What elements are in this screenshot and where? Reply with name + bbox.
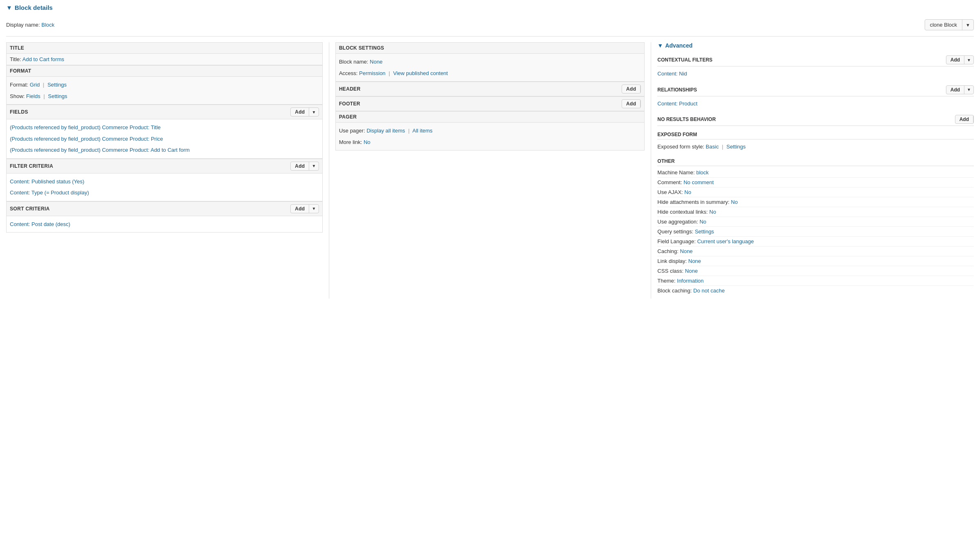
title-section: TITLE Title: Add to Cart forms xyxy=(6,42,323,65)
fields-add-label: Add xyxy=(291,108,309,116)
exposed-form-style-value[interactable]: Basic xyxy=(706,144,719,150)
chevron-down-icon: ▼ xyxy=(6,4,12,11)
block-name-label: Block name: xyxy=(339,59,369,65)
block-settings-body: Block name: None Access: Permission | Vi… xyxy=(335,54,645,82)
access-view-link[interactable]: View published content xyxy=(393,70,448,76)
machine-name-row: Machine Name: block xyxy=(657,168,974,178)
contextual-filters-nid[interactable]: Content: Nid xyxy=(657,71,687,77)
sort-criteria-add-button[interactable]: Add ▼ xyxy=(290,204,319,213)
sort-criteria-label: SORT CRITERIA xyxy=(10,206,50,212)
relationships-add-label: Add xyxy=(946,86,964,94)
show-settings-link[interactable]: Settings xyxy=(48,93,67,99)
header-section-header: HEADER Add xyxy=(335,82,645,96)
footer-add-label: Add xyxy=(622,100,640,108)
format-settings-link[interactable]: Settings xyxy=(48,82,67,88)
relationships-label: RELATIONSHIPS xyxy=(657,87,697,93)
clone-block-label: clone Block xyxy=(925,20,962,30)
sort-criteria-header: SORT CRITERIA Add ▼ xyxy=(6,201,323,216)
link-display-row: Link display: None xyxy=(657,256,974,266)
sort-add-label: Add xyxy=(291,205,309,213)
contextual-filters-item: Content: Nid xyxy=(657,68,974,80)
exposed-form-label: EXPOSED FORM xyxy=(657,132,697,137)
title-value[interactable]: Add to Cart forms xyxy=(23,56,64,62)
no-results-label: NO RESULTS BEHAVIOR xyxy=(657,116,716,122)
block-settings-section: BLOCK SETTINGS Block name: None Access: … xyxy=(335,42,645,82)
footer-add-button[interactable]: Add xyxy=(622,99,641,108)
use-aggregation-row: Use aggregation: No xyxy=(657,217,974,227)
fields-add-button[interactable]: Add ▼ xyxy=(290,107,319,116)
no-results-add-button[interactable]: Add xyxy=(955,115,974,124)
use-pager-row: Use pager: Display all items | All items xyxy=(339,125,641,137)
exposed-form-style-row: Exposed form style: Basic | Settings xyxy=(657,141,974,153)
sort-criteria-body: Content: Post date (desc) xyxy=(6,216,323,233)
header-add-button[interactable]: Add xyxy=(622,84,641,94)
fields-item-cart[interactable]: (Products referenced by field_product) C… xyxy=(10,144,319,156)
access-label: Access: xyxy=(339,70,358,76)
advanced-toggle[interactable]: ▼ Advanced xyxy=(657,42,974,49)
filter-criteria-section: FILTER CRITERIA Add ▼ Content: Published… xyxy=(6,159,323,201)
block-details-toggle[interactable]: ▼ Block details xyxy=(6,4,974,11)
exposed-form-header: EXPOSED FORM xyxy=(657,129,974,139)
other-block: OTHER Machine Name: block Comment: No co… xyxy=(657,156,974,295)
contextual-filters-label: CONTEXTUAL FILTERS xyxy=(657,57,712,63)
format-row: Format: Grid | Settings xyxy=(10,79,319,91)
fields-section: FIELDS Add ▼ (Products referenced by fie… xyxy=(6,105,323,159)
sort-add-arrow[interactable]: ▼ xyxy=(309,205,318,212)
field-language-row: Field Language: Current user's language xyxy=(657,237,974,247)
no-results-add-label: Add xyxy=(955,115,973,123)
display-name-label: Display name: xyxy=(6,22,40,28)
contextual-filters-add-button[interactable]: Add ▼ xyxy=(946,55,974,64)
contextual-filters-add-arrow[interactable]: ▼ xyxy=(964,57,973,64)
fields-section-header: FIELDS Add ▼ xyxy=(6,105,323,119)
clone-block-dropdown-arrow[interactable]: ▼ xyxy=(962,21,973,30)
more-link-value[interactable]: No xyxy=(364,139,371,145)
format-value[interactable]: Grid xyxy=(30,82,40,88)
format-section: FORMAT Format: Grid | Settings Show: Fie… xyxy=(6,65,323,105)
title-section-header: TITLE xyxy=(6,42,323,54)
relationships-add-button[interactable]: Add ▼ xyxy=(946,85,974,94)
title-label: Title: xyxy=(10,56,21,62)
block-caching-row: Block caching: Do not cache xyxy=(657,286,974,295)
main-content: TITLE Title: Add to Cart forms FORMAT Fo… xyxy=(6,42,974,299)
relationships-block: RELATIONSHIPS Add ▼ Content: Product xyxy=(657,83,974,110)
right-column: ▼ Advanced CONTEXTUAL FILTERS Add ▼ Cont… xyxy=(651,42,974,299)
sort-criteria-section: SORT CRITERIA Add ▼ Content: Post date (… xyxy=(6,201,323,233)
contextual-filters-header: CONTEXTUAL FILTERS Add ▼ xyxy=(657,53,974,66)
display-name-field: Display name: Block xyxy=(6,22,55,28)
other-header: OTHER xyxy=(657,156,974,166)
use-pager-display-all[interactable]: Display all items xyxy=(367,128,405,134)
clone-block-button[interactable]: clone Block ▼ xyxy=(925,19,974,30)
filter-criteria-body: Content: Published status (Yes) Content:… xyxy=(6,173,323,201)
show-row: Show: Fields | Settings xyxy=(10,91,319,102)
filter-item-type[interactable]: Content: Type (= Product display) xyxy=(10,187,319,199)
filter-criteria-header: FILTER CRITERIA Add ▼ xyxy=(6,159,323,173)
filter-add-arrow[interactable]: ▼ xyxy=(309,162,318,169)
show-value[interactable]: Fields xyxy=(26,93,41,99)
fields-add-arrow[interactable]: ▼ xyxy=(309,109,318,116)
filter-criteria-label: FILTER CRITERIA xyxy=(10,163,53,169)
sort-item-postdate[interactable]: Content: Post date (desc) xyxy=(10,219,319,230)
relationships-add-arrow[interactable]: ▼ xyxy=(964,86,973,93)
display-name-value[interactable]: Block xyxy=(41,22,55,28)
query-settings-row: Query settings: Settings xyxy=(657,227,974,237)
advanced-label: Advanced xyxy=(665,42,693,49)
comment-row: Comment: No comment xyxy=(657,178,974,187)
relationships-product[interactable]: Content: Product xyxy=(657,100,697,107)
block-settings-label: BLOCK SETTINGS xyxy=(339,45,384,51)
format-section-header: FORMAT xyxy=(6,65,323,77)
exposed-form-settings-link[interactable]: Settings xyxy=(727,144,746,150)
format-header-label: FORMAT xyxy=(10,68,31,74)
pager-header: PAGER xyxy=(335,111,645,123)
caching-row: Caching: None xyxy=(657,247,974,256)
use-pager-all-items[interactable]: All items xyxy=(413,128,433,134)
block-name-value[interactable]: None xyxy=(370,59,383,65)
filter-item-published[interactable]: Content: Published status (Yes) xyxy=(10,176,319,187)
fields-item-price[interactable]: (Products referenced by field_product) C… xyxy=(10,133,319,145)
fields-item-title[interactable]: (Products referenced by field_product) C… xyxy=(10,122,319,133)
advanced-chevron-icon: ▼ xyxy=(657,42,663,49)
access-permission-link[interactable]: Permission xyxy=(359,70,385,76)
filter-criteria-add-button[interactable]: Add ▼ xyxy=(290,162,319,171)
exposed-form-style-label: Exposed form style: xyxy=(657,144,704,150)
contextual-filters-add-label: Add xyxy=(946,56,964,64)
filter-add-label: Add xyxy=(291,162,309,170)
